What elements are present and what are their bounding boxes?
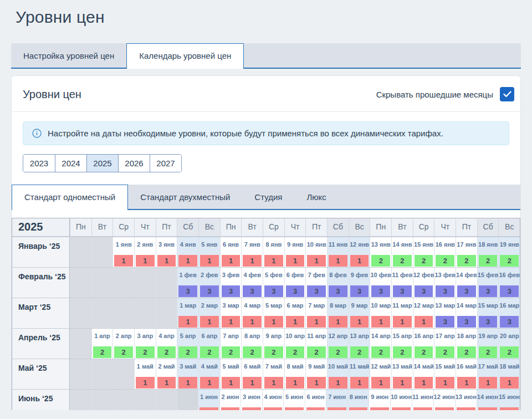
level-chip[interactable]: 1 [415,316,433,328]
level-chip[interactable]: 1 [286,316,305,328]
level-chip[interactable]: 2 [157,346,176,358]
level-chip[interactable]: 3 [479,316,498,328]
level-chip[interactable]: 1 [500,377,519,389]
level-chip[interactable]: 1 [243,377,262,389]
level-chip[interactable]: 2 [415,255,433,267]
level-chip[interactable]: 2 [436,346,454,358]
date-cell[interactable]: 8 апр2 [241,329,263,359]
level-chip[interactable]: 3 [371,285,390,297]
level-chip[interactable]: 2 [264,346,283,358]
level-chip[interactable]: 2 [371,346,390,358]
level-chip[interactable]: 1 [178,377,197,389]
date-cell[interactable]: 2 май1 [156,359,177,389]
date-cell[interactable]: 19 апр2 [477,329,499,359]
date-cell[interactable]: 7 янв1 [241,237,263,267]
level-chip[interactable]: 1 [286,377,305,389]
date-cell[interactable]: 2 янв1 [134,237,156,267]
level-chip[interactable]: 1 [264,377,283,389]
date-cell[interactable]: 16 фев3 [498,268,520,298]
level-chip[interactable]: 1 [457,407,475,410]
level-chip[interactable]: 1 [242,407,261,410]
date-cell[interactable]: 6 апр2 [198,329,220,359]
date-cell[interactable]: 1 фев3 [177,268,198,298]
level-chip[interactable]: 1 [436,377,454,389]
room-tab[interactable]: Стандарт одноместный [12,185,128,210]
date-cell[interactable]: 10 мар1 [370,298,391,328]
level-chip[interactable]: 2 [136,346,155,358]
level-chip[interactable]: 1 [136,255,155,267]
date-cell[interactable]: 4 май1 [198,359,220,389]
level-chip[interactable]: 2 [415,346,433,358]
date-cell[interactable]: 10 янв1 [305,237,327,267]
level-chip[interactable]: 1 [222,316,241,328]
date-cell[interactable]: 17 апр2 [434,329,456,359]
level-chip[interactable]: 1 [222,255,241,267]
level-chip[interactable]: 1 [393,316,412,328]
level-chip[interactable]: 2 [178,346,197,358]
date-cell[interactable]: 15 июн1 [498,390,520,410]
room-tab[interactable]: Люкс [294,185,338,209]
date-cell[interactable]: 1 май1 [134,359,156,389]
date-cell[interactable]: 2 мар1 [198,298,220,328]
date-cell[interactable]: 12 апр2 [327,329,349,359]
date-cell[interactable]: 12 янв1 [349,237,370,267]
level-chip[interactable]: 1 [349,407,368,410]
level-chip[interactable]: 3 [243,285,262,297]
date-cell[interactable]: 16 май1 [456,359,477,389]
date-cell[interactable]: 5 июн1 [283,390,305,410]
date-cell[interactable]: 18 апр2 [456,329,477,359]
level-chip[interactable]: 3 [457,316,476,328]
level-chip[interactable]: 3 [436,316,454,328]
level-chip[interactable]: 1 [329,255,347,267]
date-cell[interactable]: 11 янв1 [327,237,349,267]
date-cell[interactable]: 3 май1 [177,359,198,389]
year-button[interactable]: 2026 [118,155,150,172]
date-cell[interactable]: 15 апр2 [391,329,413,359]
level-chip[interactable]: 1 [243,316,262,328]
date-cell[interactable]: 11 июн1 [412,390,433,410]
date-cell[interactable]: 1 июн1 [198,390,219,410]
date-cell[interactable]: 12 июн1 [433,390,455,410]
level-chip[interactable]: 1 [350,377,369,389]
level-chip[interactable]: 2 [93,346,112,358]
level-chip[interactable]: 2 [307,346,326,358]
date-cell[interactable]: 2 фев3 [198,268,220,298]
level-chip[interactable]: 3 [393,285,412,297]
date-cell[interactable]: 5 май1 [220,359,242,389]
level-chip[interactable]: 2 [350,346,369,358]
date-cell[interactable]: 9 май1 [305,359,327,389]
date-cell[interactable]: 8 янв1 [263,237,284,267]
level-chip[interactable]: 1 [435,407,454,410]
level-chip[interactable]: 1 [136,377,155,389]
date-cell[interactable]: 4 янв1 [177,237,198,267]
date-cell[interactable]: 7 апр2 [220,329,242,359]
year-button[interactable]: 2023 [23,155,55,172]
date-cell[interactable]: 5 апр2 [177,329,198,359]
level-chip[interactable]: 3 [500,285,519,297]
date-cell[interactable]: 4 мар1 [241,298,263,328]
date-cell[interactable]: 17 янв2 [456,237,477,267]
level-chip[interactable]: 3 [264,285,283,297]
level-chip[interactable]: 2 [479,255,498,267]
level-chip[interactable]: 3 [479,285,498,297]
date-cell[interactable]: 15 янв2 [413,237,434,267]
level-chip[interactable]: 3 [500,316,519,328]
level-chip[interactable]: 1 [178,255,197,267]
date-cell[interactable]: 15 фев3 [477,268,499,298]
level-chip[interactable]: 3 [307,285,326,297]
date-cell[interactable]: 17 май1 [477,359,499,389]
level-chip[interactable]: 1 [157,377,176,389]
date-cell[interactable]: 9 апр2 [263,329,284,359]
level-chip[interactable]: 1 [329,316,347,328]
date-cell[interactable]: 12 май1 [370,359,391,389]
date-cell[interactable]: 13 июн1 [455,390,477,410]
date-cell[interactable]: 16 мар3 [498,298,520,328]
level-chip[interactable]: 1 [264,255,283,267]
level-chip[interactable]: 3 [286,285,305,297]
level-chip[interactable]: 2 [329,346,347,358]
level-chip[interactable]: 1 [329,377,347,389]
date-cell[interactable]: 15 май1 [434,359,456,389]
date-cell[interactable]: 1 янв1 [112,237,134,267]
date-cell[interactable]: 2 апр2 [112,329,134,359]
level-chip[interactable]: 3 [200,285,219,297]
